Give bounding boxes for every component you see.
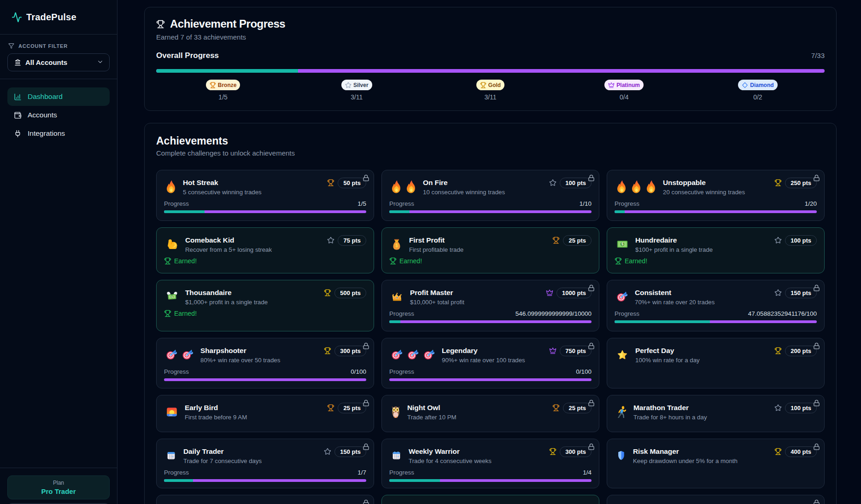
svg-text:$: $ xyxy=(396,243,398,248)
svg-text:$: $ xyxy=(621,242,624,246)
